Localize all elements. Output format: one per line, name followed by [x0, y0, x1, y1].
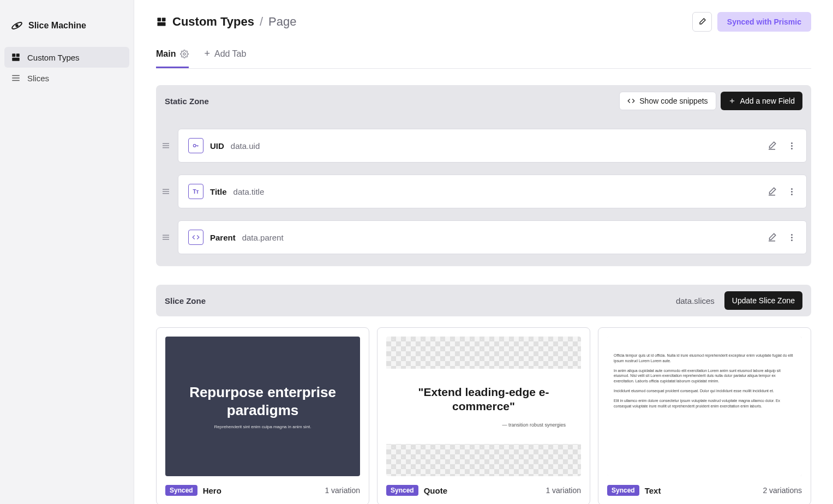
slice-preview: Repurpose enterprise paradigms Reprehend…	[165, 337, 360, 476]
app-logo-row: Slice Machine	[4, 13, 129, 47]
breadcrumb-section: Custom Types	[172, 15, 254, 29]
drag-handle-icon[interactable]	[160, 232, 171, 242]
pencil-icon[interactable]	[767, 232, 777, 242]
tab-add[interactable]: + Add Tab	[204, 43, 246, 69]
app-logo-icon	[11, 20, 23, 32]
nav-custom-types[interactable]: Custom Types	[4, 47, 129, 68]
slice-card-quote[interactable]: "Extend leading-edge e-commerce" — trans…	[377, 327, 590, 504]
zone-title: Slice Zone	[165, 296, 206, 305]
svg-rect-10	[158, 22, 166, 26]
svg-rect-4	[12, 58, 20, 61]
add-field-button[interactable]: Add a new Field	[721, 92, 802, 110]
tab-label: Main	[156, 49, 176, 59]
svg-rect-9	[162, 18, 166, 22]
more-icon[interactable]	[787, 141, 796, 151]
update-slice-zone-button[interactable]: Update Slice Zone	[724, 291, 802, 310]
field-name: UID	[210, 141, 224, 151]
drag-handle-icon[interactable]	[160, 187, 171, 196]
slice-zone-actions: data.slices Update Slice Zone	[676, 291, 802, 310]
field-row: Parent data.parent	[160, 220, 807, 254]
nav-label: Slices	[27, 74, 49, 83]
field-api-id: data.title	[233, 187, 265, 196]
field-row: UID data.uid	[160, 129, 807, 163]
more-icon[interactable]	[787, 232, 796, 242]
field-card-parent: Parent data.parent	[178, 220, 807, 254]
tabs-bar: Main + Add Tab	[156, 43, 811, 69]
button-label: Show code snippets	[639, 97, 708, 105]
pencil-icon[interactable]	[767, 141, 777, 151]
slice-footer: Synced Text 2 variations	[607, 485, 802, 496]
svg-rect-8	[158, 18, 161, 22]
svg-rect-2	[12, 53, 15, 57]
static-zone-section: Static Zone Show code snippets Add a new…	[156, 85, 811, 266]
nav-slices[interactable]: Slices	[4, 68, 129, 88]
slice-footer: Synced Hero 1 variation	[165, 485, 360, 496]
drag-handle-icon[interactable]	[160, 141, 171, 151]
app-title: Slice Machine	[28, 21, 86, 31]
breadcrumb-page: Page	[268, 15, 296, 29]
slice-name: Hero	[203, 486, 221, 495]
nav-label: Custom Types	[27, 53, 80, 62]
plus-icon: +	[204, 48, 210, 59]
synced-badge: Synced	[165, 485, 197, 496]
pencil-icon[interactable]	[767, 187, 777, 196]
slice-preview: "Extend leading-edge e-commerce" — trans…	[386, 337, 581, 476]
slice-zone-header: Slice Zone data.slices Update Slice Zone	[156, 285, 811, 316]
button-label: Add a new Field	[740, 97, 795, 105]
tab-main[interactable]: Main	[156, 44, 189, 68]
hero-preview-subtitle: Reprehenderit sint enim culpa magna in a…	[214, 424, 311, 429]
breadcrumb-icon	[156, 16, 167, 27]
quote-preview-text: "Extend leading-edge e-commerce"	[397, 385, 570, 414]
field-card-title: Tт Title data.title	[178, 175, 807, 208]
page-header: Custom Types / Page Synced with Prismic	[156, 12, 811, 32]
slice-preview: Officia tempor quis ut id officia. Nulla…	[607, 337, 802, 476]
field-card-uid: UID data.uid	[178, 129, 807, 163]
sync-status-badge: Synced with Prismic	[717, 12, 811, 32]
header-actions: Synced with Prismic	[692, 12, 811, 32]
tab-add-label: Add Tab	[214, 49, 246, 59]
text-preview-p: Incididunt eiusmod consequat proident co…	[614, 388, 795, 394]
edit-button[interactable]	[692, 12, 712, 32]
synced-badge: Synced	[607, 485, 639, 496]
svg-point-1	[15, 24, 19, 27]
key-icon	[188, 138, 203, 153]
slice-zone-section: Slice Zone data.slices Update Slice Zone…	[156, 285, 811, 504]
text-icon: Tт	[188, 184, 203, 199]
gear-icon[interactable]	[180, 50, 189, 58]
slice-variations: 2 variations	[763, 486, 802, 495]
field-name: Parent	[210, 233, 236, 242]
static-zone-header: Static Zone Show code snippets Add a new…	[156, 85, 811, 117]
field-api-id: data.parent	[242, 233, 284, 242]
breadcrumb-separator: /	[260, 15, 263, 29]
slice-card-hero[interactable]: Repurpose enterprise paradigms Reprehend…	[156, 327, 369, 504]
show-snippets-button[interactable]: Show code snippets	[619, 92, 716, 110]
main-content: Custom Types / Page Synced with Prismic …	[134, 0, 833, 504]
more-icon[interactable]	[787, 187, 796, 196]
link-icon	[188, 230, 203, 245]
sidebar: Slice Machine Custom Types Slices	[0, 0, 134, 504]
button-label: Update Slice Zone	[732, 296, 795, 305]
text-preview-p: Officia tempor quis ut id officia. Nulla…	[614, 353, 795, 364]
slice-grid: Repurpose enterprise paradigms Reprehend…	[156, 327, 811, 504]
field-name: Title	[210, 187, 227, 196]
quote-preview-attribution: — transition robust synergies	[397, 422, 570, 428]
slice-variations: 1 variation	[546, 486, 581, 495]
field-row: Tт Title data.title	[160, 175, 807, 208]
slices-icon	[11, 73, 21, 83]
hero-preview-title: Repurpose enterprise paradigms	[176, 383, 349, 419]
svg-point-11	[183, 53, 185, 55]
slice-variations: 1 variation	[325, 486, 360, 495]
static-zone-actions: Show code snippets Add a new Field	[619, 92, 802, 110]
slice-card-text[interactable]: Officia tempor quis ut id officia. Nulla…	[598, 327, 811, 504]
slice-zone-api: data.slices	[676, 296, 715, 305]
svg-point-17	[193, 145, 196, 147]
text-preview-p: Elit in ullamco enim dolore consectetur …	[614, 398, 795, 409]
slice-footer: Synced Quote 1 variation	[386, 485, 581, 496]
breadcrumb: Custom Types / Page	[156, 15, 296, 29]
slice-name: Text	[645, 486, 661, 495]
field-api-id: data.uid	[231, 141, 260, 151]
slice-name: Quote	[424, 486, 447, 495]
zone-title: Static Zone	[165, 97, 209, 106]
static-fields-list: UID data.uid	[156, 117, 811, 266]
custom-types-icon	[11, 52, 21, 62]
